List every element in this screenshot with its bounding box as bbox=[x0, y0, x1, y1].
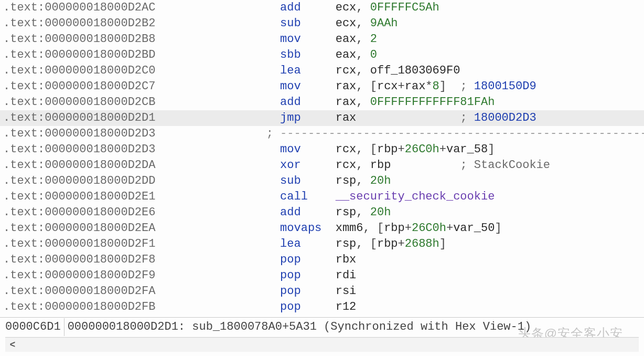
asm-operand: rsp bbox=[336, 174, 357, 187]
asm-operand: rsp bbox=[336, 206, 357, 219]
separator-prefix: ; bbox=[259, 127, 280, 140]
asm-line[interactable]: .text:000000018000D2C7 mov rax, [rcx+rax… bbox=[0, 79, 644, 95]
asm-line[interactable]: .text:000000018000D2F9 pop rdi bbox=[0, 268, 644, 284]
asm-line[interactable]: .text:000000018000D2CB add rax, 0FFFFFFF… bbox=[0, 95, 644, 110]
scroll-left-button[interactable]: < bbox=[5, 338, 20, 352]
asm-operand: , bbox=[356, 48, 370, 61]
asm-mnemonic: xor bbox=[280, 159, 336, 172]
asm-line[interactable]: .text:000000018000D2F8 pop rbx bbox=[0, 252, 644, 268]
asm-operand: rbp bbox=[370, 159, 391, 172]
asm-line[interactable]: .text:000000018000D2D3 mov rcx, [rbp+26C… bbox=[0, 142, 644, 158]
asm-operand: rsp bbox=[336, 237, 357, 250]
asm-address: .text:000000018000D2AC bbox=[3, 1, 280, 14]
horizontal-scrollbar[interactable]: < bbox=[5, 337, 639, 352]
asm-line[interactable]: .text:000000018000D2C0 lea rcx, off_1803… bbox=[0, 63, 644, 79]
asm-operand: ] bbox=[439, 80, 446, 93]
asm-operand: rax bbox=[336, 111, 357, 124]
asm-comment: 1800150D9 bbox=[474, 80, 536, 93]
asm-operand: , [ bbox=[356, 237, 377, 250]
status-offset: 0000C6D1 bbox=[4, 318, 65, 336]
asm-line[interactable]: .text:000000018000D2E6 add rsp, 20h bbox=[0, 205, 644, 221]
asm-line[interactable]: .text:000000018000D2D3 ; ---------------… bbox=[0, 126, 644, 142]
asm-mnemonic: pop bbox=[280, 253, 336, 266]
asm-operand: ] bbox=[495, 222, 501, 235]
asm-operand: xmm6 bbox=[336, 222, 363, 235]
asm-operand: rbp bbox=[377, 237, 398, 250]
asm-address: .text:000000018000D2F8 bbox=[3, 253, 280, 266]
asm-operand: 0FFFFFC5Ah bbox=[370, 1, 439, 14]
asm-operand: , [ bbox=[356, 143, 377, 156]
asm-operand: rax bbox=[336, 80, 357, 93]
disassembly-view[interactable]: .text:000000018000D2AC add ecx, 0FFFFFC5… bbox=[0, 0, 644, 315]
asm-line[interactable]: .text:000000018000D2FA pop rsi bbox=[0, 284, 644, 299]
asm-operand: , bbox=[356, 96, 370, 109]
asm-address: .text:000000018000D2BD bbox=[3, 48, 280, 61]
asm-mnemonic: movaps bbox=[280, 222, 336, 235]
asm-operand: 2688h bbox=[405, 237, 439, 250]
asm-line[interactable]: .text:000000018000D2AC add ecx, 0FFFFFC5… bbox=[0, 0, 644, 16]
asm-operand: rbp bbox=[377, 143, 398, 156]
comment-marker: ; bbox=[460, 80, 474, 93]
asm-address: .text:000000018000D2C0 bbox=[3, 64, 280, 77]
asm-operand: , bbox=[356, 159, 370, 172]
asm-operand: 26C0h bbox=[412, 222, 446, 235]
asm-comment: 18000D2D3 bbox=[474, 111, 536, 124]
asm-mnemonic: add bbox=[280, 1, 336, 14]
asm-operand: rax bbox=[405, 80, 426, 93]
asm-operand: + bbox=[405, 222, 412, 235]
asm-operand: + bbox=[439, 143, 446, 156]
asm-line[interactable]: .text:000000018000D2B8 mov eax, 2 bbox=[0, 32, 644, 47]
asm-operand: + bbox=[446, 222, 453, 235]
asm-address: .text:000000018000D2E6 bbox=[3, 206, 280, 219]
asm-operand: rcx bbox=[336, 143, 357, 156]
asm-line[interactable]: .text:000000018000D2FB pop r12 bbox=[0, 299, 644, 315]
asm-line[interactable]: .text:000000018000D2B2 sub ecx, 9AAh bbox=[0, 16, 644, 32]
asm-mnemonic: sub bbox=[280, 17, 336, 30]
asm-line-highlighted[interactable]: .text:000000018000D2D1 jmp rax ; 18000D2… bbox=[0, 110, 644, 126]
asm-operand: , bbox=[356, 17, 370, 30]
asm-operand: + bbox=[398, 80, 405, 93]
asm-line[interactable]: .text:000000018000D2DD sub rsp, 20h bbox=[0, 173, 644, 189]
asm-line[interactable]: .text:000000018000D2BD sbb eax, 0 bbox=[0, 47, 644, 63]
asm-address: .text:000000018000D2FB bbox=[3, 300, 280, 313]
comment-marker: ; bbox=[460, 111, 474, 124]
asm-operand: 20h bbox=[370, 174, 391, 187]
asm-operand: ecx bbox=[336, 17, 357, 30]
asm-operand: rcx bbox=[377, 80, 398, 93]
asm-operand: , bbox=[356, 174, 370, 187]
asm-operand: , [ bbox=[356, 80, 377, 93]
asm-operand: , bbox=[356, 64, 370, 77]
asm-address: .text:000000018000D2C7 bbox=[3, 80, 280, 93]
asm-operand: rax bbox=[336, 96, 357, 109]
asm-mnemonic: mov bbox=[280, 143, 336, 156]
asm-operand: rbp bbox=[384, 222, 405, 235]
asm-mnemonic: call bbox=[280, 190, 336, 203]
status-bar: 0000C6D1 000000018000D2D1: sub_1800078A0… bbox=[0, 317, 644, 336]
asm-operand: r12 bbox=[336, 300, 357, 313]
asm-line[interactable]: .text:000000018000D2F1 lea rsp, [rbp+268… bbox=[0, 236, 644, 252]
asm-line[interactable]: .text:000000018000D2E1 call __security_c… bbox=[0, 189, 644, 205]
asm-line[interactable]: .text:000000018000D2EA movaps xmm6, [rbp… bbox=[0, 221, 644, 236]
asm-operand: 9AAh bbox=[370, 17, 398, 30]
asm-operand: 0 bbox=[370, 48, 377, 61]
asm-address: .text:000000018000D2EA bbox=[3, 222, 280, 235]
asm-operand: rcx bbox=[336, 64, 357, 77]
separator-dashes: ----------------------------------------… bbox=[280, 127, 644, 140]
asm-address: .text:000000018000D2D3 bbox=[3, 127, 259, 140]
status-where: 000000018000D2D1: sub_1800078A0+5A31 (Sy… bbox=[68, 319, 532, 335]
asm-operand: , [ bbox=[363, 222, 384, 235]
asm-operand: * bbox=[425, 80, 432, 93]
asm-line[interactable]: .text:000000018000D2DA xor rcx, rbp ; St… bbox=[0, 158, 644, 173]
asm-operand: eax bbox=[336, 33, 357, 46]
asm-operand: ecx bbox=[336, 1, 357, 14]
asm-operand: , bbox=[356, 206, 370, 219]
asm-mnemonic: add bbox=[280, 96, 336, 109]
asm-operand: rbx bbox=[336, 253, 357, 266]
asm-operand: 26C0h bbox=[405, 143, 439, 156]
asm-address: .text:000000018000D2F1 bbox=[3, 237, 280, 250]
asm-operand: 0FFFFFFFFFFFF81FAh bbox=[370, 96, 495, 109]
asm-operand: + bbox=[398, 143, 405, 156]
asm-address: .text:000000018000D2D3 bbox=[3, 143, 280, 156]
asm-mnemonic: lea bbox=[280, 237, 336, 250]
asm-address: .text:000000018000D2DD bbox=[3, 174, 280, 187]
